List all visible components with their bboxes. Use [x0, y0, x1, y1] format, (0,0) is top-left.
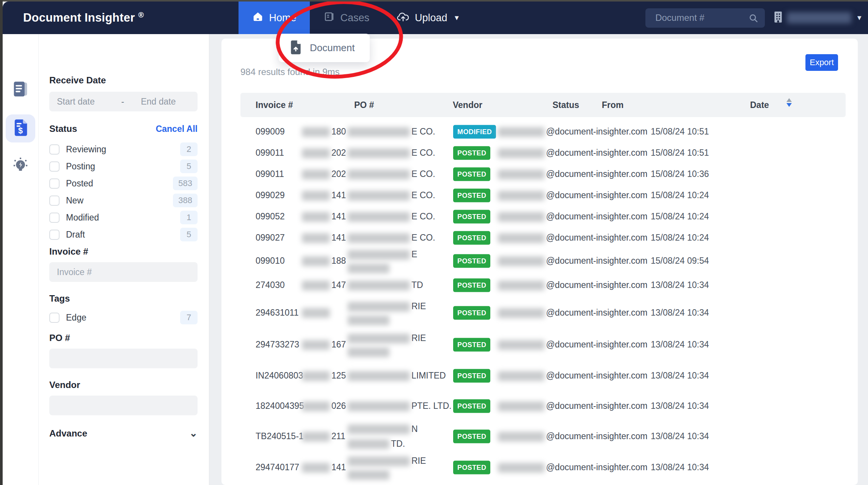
date-cell: 13/08/24 10:34 [651, 279, 749, 291]
cloud-upload-icon [397, 11, 410, 25]
export-button[interactable]: Export [805, 54, 838, 71]
invoice-cell: 099011 [256, 147, 306, 159]
checkbox[interactable] [49, 178, 60, 189]
vendor-cell: E CO. [348, 189, 454, 201]
table-row[interactable]: IN24060803 125 LIMITED POSTED @document-… [221, 361, 858, 391]
from-cell: @document-insighter.com [498, 147, 657, 159]
table-row[interactable]: 294733273 167 RIE POSTED @document-insig… [221, 329, 858, 361]
from-suffix: @document-insighter.com [546, 400, 648, 412]
vendor-redacted [348, 148, 410, 158]
from-cell: @document-insighter.com [498, 400, 657, 412]
filter-label: Edge [66, 313, 86, 323]
upload-menu[interactable]: Document [279, 34, 370, 62]
table-row[interactable]: 099009 180 E CO. MODIFIED @document-insi… [221, 121, 858, 142]
svg-text:$: $ [18, 126, 23, 135]
col-date[interactable]: Date [750, 100, 769, 110]
filter-count-badge: 1 [180, 211, 198, 224]
caret-down-icon: ▼ [454, 14, 460, 22]
checkbox[interactable] [49, 230, 60, 240]
status-cell: MODIFIED [453, 125, 496, 139]
vendor-suffix: E CO. [411, 189, 435, 201]
table-row[interactable]: 099011 202 E CO. POSTED @document-insigh… [221, 142, 858, 164]
tab-upload[interactable]: Upload ▼ [383, 2, 474, 34]
vendor-suffix: PTE. LTD. [411, 400, 452, 412]
filter-row: Draft 5 [49, 227, 198, 242]
advance-toggle[interactable]: Advance ⌄ [49, 427, 198, 439]
invoice-cell: 099052 [256, 211, 306, 222]
po-suffix: 125 [331, 370, 346, 382]
table-row[interactable]: 099052 141 E CO. POSTED @document-insigh… [221, 206, 858, 227]
vendor-cell: TD [348, 279, 454, 291]
status-badge: POSTED [453, 399, 490, 413]
table-row[interactable]: 294740177 141 RIE POSTED @document-insig… [221, 452, 858, 483]
checkbox[interactable] [49, 144, 60, 155]
cases-icon [323, 11, 335, 25]
checkbox[interactable] [49, 213, 60, 223]
invoice-heading: Invoice # [49, 246, 198, 257]
vendor-redacted [348, 401, 410, 411]
filter-count-badge: 5 [180, 228, 198, 241]
vendor-cell: E [348, 249, 454, 273]
table-row[interactable]: 274030 147 TD POSTED @document-insighter… [221, 274, 858, 297]
invoice-cell: 294733273 [256, 339, 306, 350]
date-separator: - [121, 97, 124, 107]
po-suffix: 026 [331, 400, 346, 412]
table-row[interactable]: 099027 141 E CO. POSTED @document-insigh… [221, 227, 858, 249]
receive-date-range-input[interactable]: Start date - End date [49, 92, 198, 111]
window-top-edge [0, 0, 868, 2]
caret-down-icon: ▼ [856, 14, 863, 22]
checkbox[interactable] [49, 313, 60, 323]
filter-label: Posting [66, 161, 95, 172]
invoice-cell: 099009 [256, 126, 306, 138]
search-icon[interactable] [748, 13, 759, 25]
sort-icon[interactable] [786, 98, 792, 107]
vendor-redacted [348, 333, 410, 343]
po-redacted [302, 148, 330, 158]
po-number-input[interactable] [49, 349, 198, 368]
idea-bulb-icon [11, 156, 30, 177]
vendor-input[interactable] [49, 396, 198, 415]
table-body: 099009 180 E CO. MODIFIED @document-insi… [221, 121, 858, 483]
building-icon [773, 11, 783, 25]
cancel-all-link[interactable]: Cancel All [156, 124, 198, 134]
status-heading: Status [49, 124, 77, 134]
status-badge: POSTED [453, 254, 490, 268]
vendor-heading: Vendor [49, 380, 198, 390]
status-cell: POSTED [453, 430, 490, 443]
po-redacted [302, 191, 330, 200]
table-row[interactable]: TB240515-1 211 N TD. POSTED @document-in… [221, 421, 858, 452]
checkbox[interactable] [49, 161, 60, 172]
table-row[interactable]: 1824004395 026 PTE. LTD. POSTED @documen… [221, 391, 858, 421]
from-suffix: @document-insighter.com [546, 255, 648, 267]
sidebar-item-invoices[interactable]: $ [6, 114, 35, 142]
vendor-cell: E CO. [348, 147, 454, 159]
from-redacted [498, 463, 545, 472]
table-row[interactable]: 099011 202 E CO. POSTED @document-insigh… [221, 164, 858, 185]
invoice-number-input[interactable] [49, 262, 198, 282]
from-cell: @document-insighter.com [498, 232, 657, 244]
from-redacted [498, 256, 545, 266]
document-search-input[interactable] [645, 8, 765, 28]
start-date-placeholder: Start date [57, 97, 95, 107]
invoice-cell: 099011 [256, 168, 306, 180]
tab-home[interactable]: Home [239, 2, 310, 34]
from-cell: @document-insighter.com [498, 307, 657, 319]
checkbox[interactable] [49, 196, 60, 206]
status-badge: POSTED [453, 210, 490, 224]
status-badge: POSTED [453, 461, 490, 474]
status-badge: POSTED [453, 369, 490, 383]
sidebar-item-documents[interactable] [6, 76, 35, 104]
invoice-cell: 294631011 [256, 307, 306, 319]
from-cell: @document-insighter.com [498, 168, 657, 180]
table-row[interactable]: 294631011 RIE POSTED @document-insighter… [221, 297, 858, 329]
upload-menu-item-document[interactable]: Document [310, 42, 355, 54]
chevron-down-icon: ⌄ [189, 427, 198, 439]
sidebar-item-insights[interactable] [6, 152, 35, 180]
table-row[interactable]: 099010 188 E POSTED @document-insighter.… [221, 249, 858, 274]
table-row[interactable]: 099029 141 E CO. POSTED @document-insigh… [221, 185, 858, 206]
filter-row: Modified 1 [49, 210, 198, 225]
date-cell: 13/08/24 10:34 [651, 307, 749, 319]
file-upload-icon [289, 40, 302, 56]
org-switcher[interactable]: ▼ [773, 11, 863, 25]
tab-cases[interactable]: Cases [310, 2, 383, 34]
